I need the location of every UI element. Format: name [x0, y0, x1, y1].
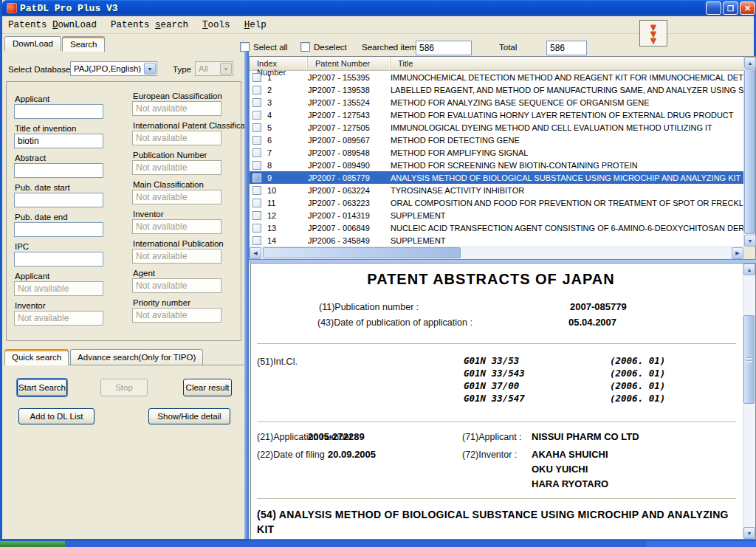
table-row[interactable]: 6JP2007 - 089567METHOD FOR DETECTING GEN…: [250, 134, 743, 146]
searched-items-field[interactable]: [416, 41, 472, 55]
table-row[interactable]: 2JP2007 - 139538LABELLED REAGENT, AND ME…: [250, 83, 743, 96]
title-bar[interactable]: PatDL Pro Plus V3 _ ❐ ✕: [2, 0, 756, 16]
menu-help[interactable]: Help: [243, 18, 273, 32]
select-all-checkbox[interactable]: [240, 42, 250, 52]
scroll-up-icon[interactable]: ▲: [744, 57, 756, 69]
deselect-label: Deselect: [314, 43, 347, 52]
patent-abstract-panel: PATENT ABSTRACTS OF JAPAN (11)Publicatio…: [250, 263, 756, 540]
row-checkbox[interactable]: [252, 123, 261, 132]
table-header: Index Number Patent Number Title: [250, 57, 743, 71]
add-to-dl-list-button[interactable]: Add to DL List: [18, 408, 94, 424]
intcl-version: (2006. 01): [610, 380, 665, 391]
scrollbar-thumb[interactable]: [743, 315, 755, 404]
stop-button: Stop: [100, 379, 148, 396]
row-checkbox[interactable]: [252, 161, 261, 170]
chevron-down-icon: ▼: [220, 63, 232, 75]
intcl-code: G01N 33/547: [464, 393, 525, 404]
column-header-index[interactable]: Index Number: [250, 57, 308, 70]
row-checkbox[interactable]: [252, 199, 261, 207]
row-checkbox[interactable]: [252, 211, 261, 220]
row-checkbox[interactable]: [252, 73, 261, 82]
pub-date-end-input[interactable]: [14, 222, 103, 237]
row-checkbox[interactable]: [252, 186, 261, 195]
row-checkbox[interactable]: [252, 98, 261, 107]
intcl-code: G01N 33/543: [464, 368, 525, 379]
row-checkbox[interactable]: [252, 173, 261, 182]
agent-input: [132, 278, 221, 293]
tab-advance-search[interactable]: Advance search(Only for TIPO): [70, 349, 203, 365]
start-button[interactable]: [0, 541, 65, 547]
divider: [257, 498, 736, 500]
menu-patents-search[interactable]: Patents search: [109, 18, 195, 32]
table-row[interactable]: 7JP2007 - 089548METHOD FOR AMPLIFYING SI…: [250, 146, 743, 159]
scroll-left-icon[interactable]: ◀: [250, 247, 261, 259]
detail-vertical-scrollbar[interactable]: ▲ ▼: [743, 264, 755, 539]
row-checkbox[interactable]: [252, 148, 261, 157]
table-row[interactable]: 14JP2006 - 345849SUPPLEMENT: [250, 234, 743, 247]
table-row[interactable]: 13JP2007 - 006849NUCLEIC ACID TRANSFECTI…: [250, 221, 743, 234]
menu-patents-download[interactable]: Patents DownLoad: [7, 18, 103, 32]
table-horizontal-scrollbar[interactable]: ◀ ▶: [250, 247, 743, 259]
table-row[interactable]: 4JP2007 - 127543METHOD FOR EVALUATING HO…: [250, 109, 743, 121]
table-row[interactable]: 8JP2007 - 089490METHOD FOR SCREENING NEW…: [250, 159, 743, 171]
table-vertical-scrollbar[interactable]: ▲ ▼: [743, 57, 755, 247]
restore-button[interactable]: ❐: [723, 1, 738, 15]
divider: [257, 343, 736, 345]
column-header-title[interactable]: Title: [391, 57, 743, 70]
taskbar[interactable]: [0, 541, 756, 547]
row-checkbox[interactable]: [252, 111, 261, 120]
ipc-input[interactable]: [14, 252, 103, 266]
tab-quick-search[interactable]: Quick search: [4, 349, 69, 365]
show-hide-detail-button[interactable]: Show/Hide detail: [148, 408, 230, 424]
start-search-button[interactable]: Start Search: [17, 379, 67, 396]
table-row[interactable]: 5JP2007 - 127505IMMUNOLOGICAL DYEING MET…: [250, 121, 743, 134]
scroll-right-icon[interactable]: ▶: [732, 247, 743, 259]
deselect-checkbox[interactable]: [300, 42, 310, 52]
main-classification-input: [132, 190, 221, 204]
title-of-invention-input[interactable]: [14, 134, 103, 148]
scroll-up-icon[interactable]: ▲: [743, 264, 755, 275]
table-row[interactable]: 3JP2007 - 135524METHOD FOR ANALYZING BAS…: [250, 96, 743, 109]
system-tray[interactable]: [645, 541, 756, 547]
pub-date-start-input[interactable]: [14, 193, 103, 207]
table-body: 1JP2007 - 155395IMMUNOCHEMICAL DETECTION…: [250, 71, 743, 247]
clear-result-button[interactable]: Clear result: [183, 379, 232, 396]
table-row-selected[interactable]: 9JP2007 - 085779ANALYSIS METHOD OF BIOLO…: [250, 171, 743, 184]
database-select[interactable]: PAJ(JPO,English) ▼: [70, 61, 157, 76]
menu-tools[interactable]: Tools: [201, 18, 237, 32]
abstract-input[interactable]: [14, 163, 103, 178]
applicant-input[interactable]: [14, 104, 103, 119]
table-row[interactable]: 10JP2007 - 063224TYROSINASE ACTIVITY INH…: [250, 184, 743, 196]
close-button[interactable]: ✕: [740, 1, 755, 15]
scroll-down-icon[interactable]: ▼: [743, 527, 755, 539]
scrollbar-thumb[interactable]: [263, 247, 461, 258]
intcl-version: (2006. 01): [610, 368, 665, 379]
row-checkbox[interactable]: [252, 86, 261, 94]
inventor-value: HARA RYOTARO: [532, 478, 608, 489]
results-table: Index Number Patent Number Title 1JP2007…: [249, 56, 756, 260]
table-row[interactable]: 1JP2007 - 155395IMMUNOCHEMICAL DETECTION…: [250, 71, 743, 83]
row-checkbox[interactable]: [252, 224, 261, 233]
table-row[interactable]: 11JP2007 - 063223ORAL COMPOSITION AND FO…: [250, 196, 743, 209]
field-label: IPC: [15, 242, 29, 251]
row-checkbox[interactable]: [252, 136, 261, 145]
table-row[interactable]: 12JP2007 - 014319SUPPLEMENT: [250, 209, 743, 221]
intcl-code: G01N 37/00: [464, 380, 519, 391]
total-field[interactable]: [546, 41, 587, 55]
applicant-label: (71)Applicant :: [462, 432, 522, 442]
field-label: Title of invention: [15, 124, 76, 133]
app-icon: [7, 3, 17, 13]
minimize-button[interactable]: _: [706, 1, 721, 15]
search-mode-tab-strip: Quick search Advance search(Only for TIP…: [4, 347, 244, 365]
scroll-down-icon[interactable]: ▼: [744, 235, 756, 247]
invention-title: (54) ANALYSIS METHOD OF BIOLOGICAL SUBST…: [257, 507, 733, 537]
row-checkbox[interactable]: [252, 236, 261, 245]
european-classification-input: [132, 101, 221, 116]
field-label: Abstract: [15, 154, 46, 162]
field-label: Applicant: [15, 272, 49, 281]
inventor-value: OKU YUICHI: [532, 464, 588, 475]
searched-items-label: Searched items: [362, 43, 421, 52]
column-header-patent[interactable]: Patent Number: [308, 57, 391, 70]
inventor-label: (72)Inventor :: [462, 450, 517, 460]
scrollbar-thumb[interactable]: [744, 69, 755, 234]
